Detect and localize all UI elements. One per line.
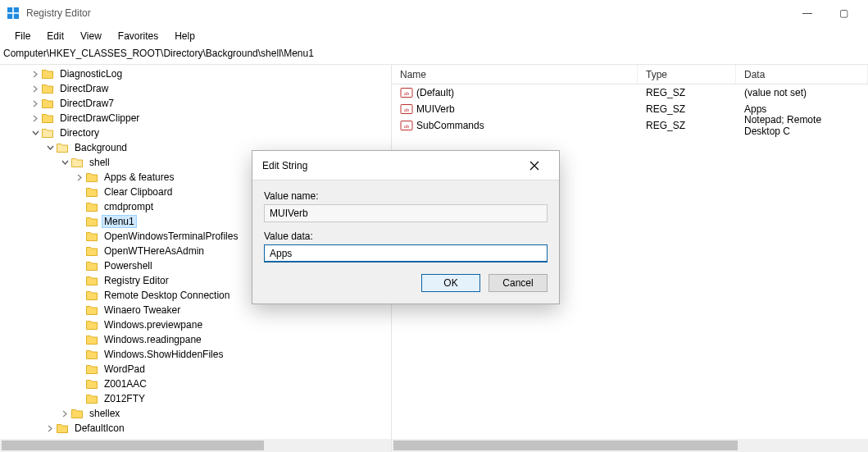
folder-icon [85, 348, 98, 361]
tree-item[interactable]: Windows.readingpane [0, 332, 391, 347]
tree-item[interactable]: DefaultIcon [0, 421, 391, 436]
titlebar: Registry Editor — ▢ [0, 0, 868, 26]
tree-item[interactable]: OpenWindowsTerminalProfiles [0, 229, 391, 244]
tree-item-label: cmdprompt [102, 200, 156, 213]
tree-item-label: DefaultIcon [72, 422, 127, 435]
folder-icon [85, 274, 98, 287]
tree-item-label: Z001AAC [102, 377, 149, 390]
tree-item-label: OpenWindowsTerminalProfiles [102, 230, 240, 243]
value-type: REG_SZ [638, 120, 736, 131]
folder-icon [56, 422, 69, 435]
tree-item-label: DirectDraw [57, 82, 111, 95]
value-type: REG_SZ [638, 87, 736, 98]
tree-item-label: OpenWTHereAsAdmin [102, 244, 207, 258]
menu-favorites[interactable]: Favorites [110, 28, 166, 44]
tree-item[interactable]: Directory [0, 126, 391, 140]
tree-item[interactable]: Menu1 [0, 214, 391, 229]
minimize-button[interactable]: — [789, 2, 825, 25]
address-bar[interactable]: Computer\HKEY_CLASSES_ROOT\Directory\Bac… [0, 46, 868, 64]
expand-icon[interactable] [30, 96, 41, 111]
tree-item[interactable]: DirectDrawClipper [0, 111, 391, 126]
folder-icon [85, 289, 98, 302]
tree-item-label: WordPad [102, 363, 148, 376]
menu-edit[interactable]: Edit [39, 28, 72, 44]
value-name: SubCommands [416, 120, 484, 131]
menu-view[interactable]: View [72, 28, 110, 44]
tree-item[interactable]: Registry Editor [0, 273, 391, 288]
window-title: Registry Editor [26, 7, 91, 19]
expand-icon[interactable] [30, 81, 41, 96]
tree-item[interactable]: Clear Clipboard [0, 185, 391, 199]
value-data: Apps [736, 103, 868, 115]
tree-item[interactable]: Apps & features [0, 170, 391, 185]
folder-icon [85, 215, 98, 228]
tree-item-label: Windows.previewpane [102, 318, 205, 331]
tree-item[interactable]: Winaero Tweaker [0, 303, 391, 317]
tree-item-label: Registry Editor [102, 274, 171, 287]
tree-item-label: Apps & features [102, 171, 176, 184]
folder-icon [70, 156, 84, 169]
tree-horizontal-scrollbar[interactable] [0, 439, 391, 452]
tree-item-label: Windows.readingpane [102, 333, 204, 346]
folder-icon [85, 259, 98, 272]
registry-tree[interactable]: DiagnosticLog DirectDraw DirectDraw7 Dir… [0, 65, 391, 437]
values-list[interactable]: ab (Default) REG_SZ (value not set) ab M… [392, 84, 868, 134]
folder-icon [41, 97, 54, 110]
tree-pane: DiagnosticLog DirectDraw DirectDraw7 Dir… [0, 65, 392, 452]
value-row[interactable]: ab SubCommands REG_SZ Notepad; Remote De… [392, 117, 868, 134]
folder-icon [85, 304, 98, 317]
tree-item[interactable]: Background [0, 140, 391, 155]
tree-item[interactable]: Z001AAC [0, 377, 391, 391]
string-value-icon: ab [400, 103, 413, 116]
tree-item[interactable]: DiagnosticLog [0, 66, 391, 81]
tree-item-label: Directory [57, 126, 102, 139]
tree-item[interactable]: WordPad [0, 362, 391, 377]
value-type: REG_SZ [638, 103, 736, 115]
tree-item[interactable]: DirectDraw [0, 81, 391, 96]
string-value-icon: ab [400, 119, 413, 132]
maximize-button[interactable]: ▢ [825, 2, 861, 25]
folder-icon [41, 67, 54, 80]
expand-icon[interactable] [30, 126, 41, 140]
tree-item[interactable]: shell [0, 155, 391, 170]
folder-icon [41, 112, 54, 125]
expand-icon[interactable] [30, 111, 41, 126]
header-name[interactable]: Name [392, 65, 638, 84]
svg-rect-2 [7, 14, 12, 19]
tree-item[interactable]: Powershell [0, 258, 391, 273]
menubar: File Edit View Favorites Help [0, 26, 868, 46]
tree-item[interactable]: Windows.ShowHiddenFiles [0, 347, 391, 362]
tree-item[interactable]: Windows.previewpane [0, 317, 391, 332]
expand-icon[interactable] [74, 170, 85, 185]
svg-rect-3 [14, 14, 19, 19]
scrollbar-thumb[interactable] [393, 441, 738, 450]
expand-icon[interactable] [44, 140, 56, 155]
menu-help[interactable]: Help [166, 28, 203, 44]
tree-item-label: DirectDraw7 [57, 97, 116, 110]
tree-item[interactable]: Remote Desktop Connection [0, 288, 391, 303]
value-row[interactable]: ab (Default) REG_SZ (value not set) [392, 84, 868, 101]
folder-icon [41, 126, 54, 139]
header-data[interactable]: Data [736, 65, 868, 84]
tree-item[interactable]: DirectDraw7 [0, 96, 391, 111]
tree-item[interactable]: OpenWTHereAsAdmin [0, 244, 391, 258]
menu-file[interactable]: File [7, 28, 39, 44]
folder-icon [70, 407, 84, 420]
tree-item[interactable]: Z012FTY [0, 391, 391, 406]
tree-item-label: DiagnosticLog [57, 67, 125, 80]
svg-text:ab: ab [404, 107, 410, 113]
expand-icon[interactable] [30, 66, 41, 81]
value-name: (Default) [416, 87, 454, 98]
values-horizontal-scrollbar[interactable] [392, 439, 868, 452]
folder-icon [85, 377, 98, 390]
expand-icon[interactable] [44, 421, 56, 436]
scrollbar-thumb[interactable] [2, 441, 264, 450]
tree-item[interactable]: cmdprompt [0, 199, 391, 214]
tree-item[interactable]: shellex [0, 406, 391, 421]
folder-icon [56, 141, 69, 154]
header-type[interactable]: Type [638, 65, 736, 84]
expand-icon[interactable] [59, 406, 70, 421]
folder-icon [85, 333, 98, 346]
values-pane: Name Type Data ab (Default) REG_SZ (valu… [392, 65, 868, 452]
expand-icon[interactable] [59, 155, 70, 170]
